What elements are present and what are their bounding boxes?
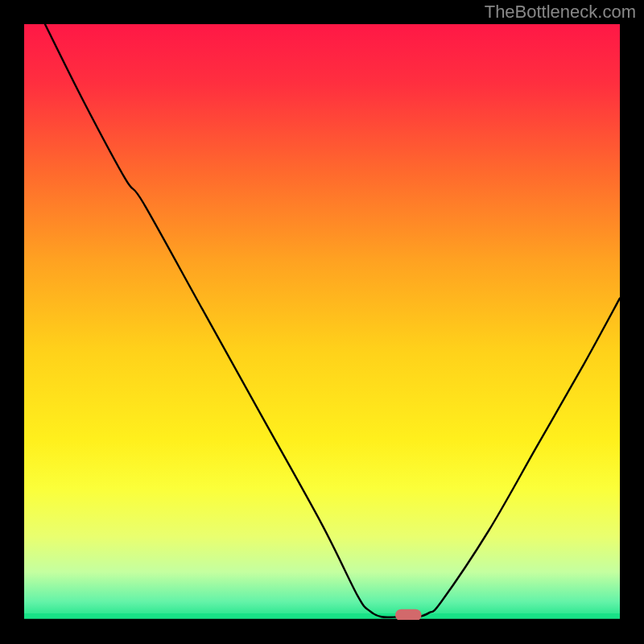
svg-rect-3 xyxy=(395,609,422,620)
bottleneck-chart xyxy=(24,24,620,620)
watermark-text: TheBottleneck.com xyxy=(485,2,636,23)
plot-area xyxy=(24,24,620,620)
svg-rect-0 xyxy=(24,24,620,620)
chart-container: TheBottleneck.com xyxy=(0,0,644,644)
